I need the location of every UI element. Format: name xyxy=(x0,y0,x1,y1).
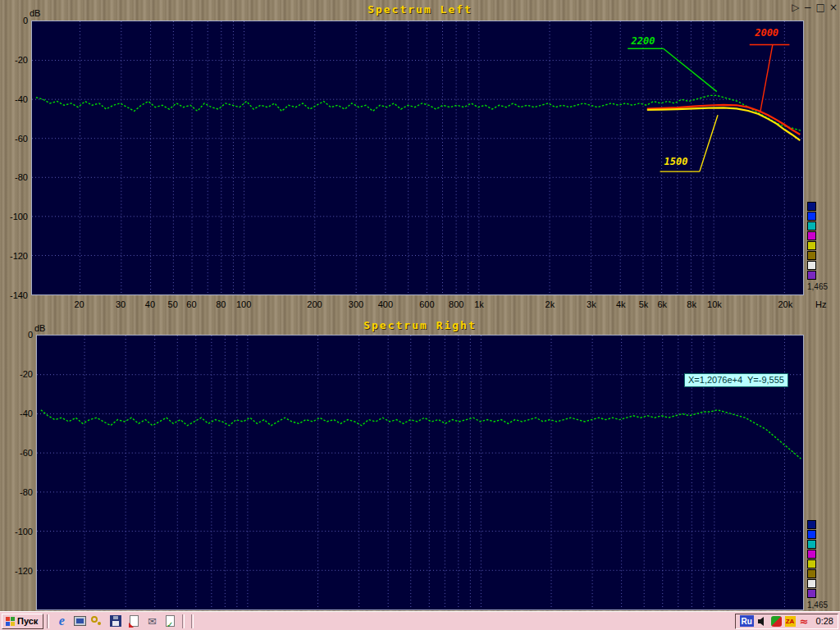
harmonic-label-1500: 1500 xyxy=(664,156,688,167)
x-axis-unit: Hz xyxy=(815,299,826,309)
floppy-glyph xyxy=(110,615,121,627)
x-tick-label: 3k xyxy=(587,299,596,309)
legend-swatch[interactable] xyxy=(807,589,816,598)
window-controls: ▷ − □ × xyxy=(792,2,838,13)
envelope-glyph: ✉ xyxy=(148,615,157,628)
y-axis-unit-left: dB xyxy=(30,8,40,18)
system-tray: Ru ZA ≈ 0:28 xyxy=(735,614,838,629)
page-glyph-2: ✓ xyxy=(166,615,175,627)
legend-swatch[interactable] xyxy=(807,231,816,240)
close-icon[interactable]: × xyxy=(829,2,838,13)
windows-flag-icon xyxy=(6,617,15,626)
x-tick-label: 40 xyxy=(145,299,155,309)
legend-value: 1,465 xyxy=(807,282,835,291)
legend-swatch[interactable] xyxy=(807,271,816,280)
legend-swatch[interactable] xyxy=(807,569,816,578)
monitor-icon xyxy=(74,616,86,626)
play-icon[interactable]: ▷ xyxy=(792,2,799,13)
y-axis-unit-right: dB xyxy=(34,323,45,333)
maximize-icon[interactable]: □ xyxy=(816,2,825,13)
annotation-pointer xyxy=(664,48,717,91)
x-tick-label: 100 xyxy=(236,299,251,309)
y-tick-label: -80 xyxy=(7,487,33,497)
mail-icon[interactable]: ✉ xyxy=(144,614,159,628)
x-tick-label: 80 xyxy=(216,299,226,309)
legend-value: 1,465 xyxy=(807,600,835,609)
volume-icon[interactable] xyxy=(757,616,768,627)
x-tick-label: 1k xyxy=(474,299,484,309)
taskbar-divider-3[interactable] xyxy=(191,614,194,628)
x-tick-label: 2k xyxy=(546,299,555,309)
legend-swatch[interactable] xyxy=(807,530,816,539)
legend-swatch[interactable] xyxy=(807,212,816,221)
y-tick-label: -40 xyxy=(2,94,28,104)
x-tick-label: 20k xyxy=(778,299,792,309)
x-tick-label: 8k xyxy=(687,299,696,309)
annotation-pointer xyxy=(760,45,773,112)
legend-swatch[interactable] xyxy=(807,241,816,250)
y-tick-label: -20 xyxy=(7,369,33,379)
y-tick-label: -140 xyxy=(2,290,28,300)
y-tick-label: 0 xyxy=(7,330,33,340)
cursor-readout: X=1,2076e+4 Y=-9,555 xyxy=(684,373,788,387)
x-tick-label: 6k xyxy=(657,299,667,309)
show-desktop-icon[interactable] xyxy=(72,614,87,628)
legend-swatch[interactable] xyxy=(807,520,816,529)
x-tick-label: 600 xyxy=(419,299,434,309)
spectrum-right-title: Spectrum Right xyxy=(0,319,840,331)
legend-swatch[interactable] xyxy=(807,221,816,231)
y-tick-label: -120 xyxy=(2,251,28,261)
y-tick-label: -60 xyxy=(2,134,28,144)
y-tick-label: -40 xyxy=(7,409,33,418)
x-tick-label: 300 xyxy=(349,299,363,309)
x-tick-label: 60 xyxy=(186,299,196,309)
taskbar-clock[interactable]: 0:28 xyxy=(816,616,833,626)
legend-swatch[interactable] xyxy=(807,261,816,270)
y-tick-label: -100 xyxy=(2,212,28,221)
legend-swatch[interactable] xyxy=(807,579,816,588)
y-tick-label: -60 xyxy=(7,448,33,458)
start-button-label: Пуск xyxy=(17,616,38,626)
taskbar-divider[interactable] xyxy=(47,614,49,628)
taskbar-divider-2[interactable] xyxy=(182,614,185,628)
legend-swatch[interactable] xyxy=(807,251,816,260)
y-tick-label: -80 xyxy=(2,172,28,182)
harmonic-label-2000: 2000 xyxy=(754,27,778,39)
legend-swatch[interactable] xyxy=(807,540,816,549)
x-tick-label: 20 xyxy=(74,299,84,309)
ie-e-glyph: e xyxy=(59,614,65,628)
y-tick-label: -120 xyxy=(7,566,33,576)
x-tick-label: 400 xyxy=(378,299,393,309)
start-button[interactable]: Пуск xyxy=(2,614,43,629)
legend-swatch[interactable] xyxy=(807,202,816,211)
keys-icon[interactable] xyxy=(90,614,105,628)
x-tick-label: 10k xyxy=(707,299,722,309)
antivirus-icon[interactable] xyxy=(771,616,782,627)
x-tick-label: 30 xyxy=(116,299,126,309)
shortcut-icon-1[interactable] xyxy=(126,614,141,628)
legend-swatch[interactable] xyxy=(807,550,816,559)
x-tick-label: 800 xyxy=(449,299,463,309)
y-tick-label: 0 xyxy=(2,16,28,25)
x-tick-label: 50 xyxy=(168,299,178,309)
y-tick-label: -100 xyxy=(7,527,33,536)
modem-icon[interactable]: ≈ xyxy=(799,616,810,627)
harmonic-1500-trace xyxy=(647,107,801,140)
minimize-icon[interactable]: − xyxy=(804,2,812,13)
save-icon[interactable] xyxy=(108,614,123,628)
x-tick-label: 5k xyxy=(639,299,649,309)
language-indicator[interactable]: Ru xyxy=(740,615,754,627)
legend-swatch[interactable] xyxy=(807,559,816,568)
annotation-pointer xyxy=(700,115,718,171)
spectrum-left-svg: 220020001500 xyxy=(32,21,803,294)
zonealarm-icon[interactable]: ZA xyxy=(785,616,796,627)
x-tick-label: 200 xyxy=(307,299,322,309)
y-tick-label: -20 xyxy=(2,55,28,65)
taskbar: Пуск e ✉ ✓ Ru ZA ≈ 0:28 xyxy=(0,611,840,630)
ie-browser-icon[interactable]: e xyxy=(54,614,69,628)
page-glyph-1 xyxy=(130,615,139,627)
harmonic-label-2200: 2200 xyxy=(631,35,655,47)
spectrum-left-title: Spectrum Left xyxy=(0,3,840,16)
spectrum-left-plot[interactable]: 220020001500 xyxy=(31,21,804,295)
check-document-icon[interactable]: ✓ xyxy=(162,614,177,628)
